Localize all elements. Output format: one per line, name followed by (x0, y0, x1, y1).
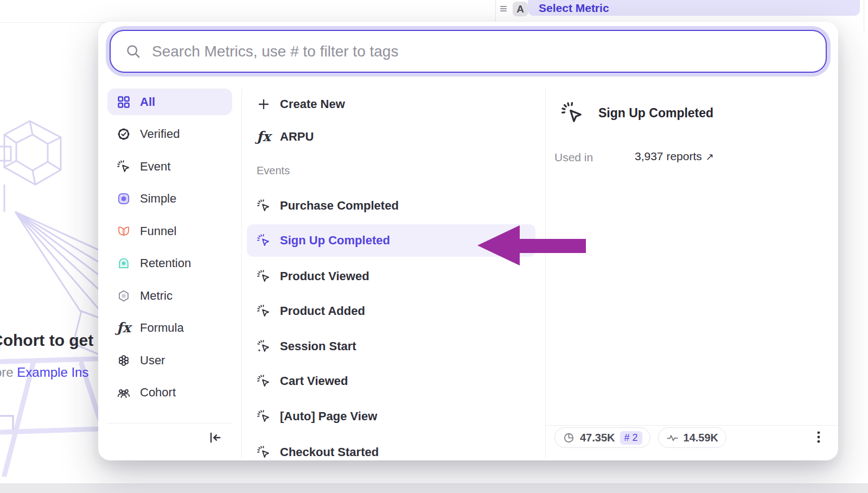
sidebar-item-retention[interactable]: Retention (107, 250, 232, 277)
list-item-label: Checkout Started (280, 445, 379, 459)
more-options-button[interactable] (810, 428, 827, 446)
list-item-label: Purchase Completed (280, 199, 399, 213)
hexagon-metric-icon (117, 289, 131, 303)
volume-value: 47.35K (580, 432, 615, 444)
sidebar-item-label: User (140, 353, 165, 368)
activity-stat-pill[interactable]: 14.59K (658, 427, 727, 448)
grid-icon (117, 95, 131, 109)
sidebar-item-all[interactable]: All (107, 89, 232, 115)
list-item-label: Product Added (280, 304, 365, 318)
cursor-click-icon (257, 233, 271, 248)
sidebar-item-label: Retention (140, 256, 191, 270)
detail-footer-divider (546, 425, 838, 426)
sidebar-item-formula[interactable]: ƒx Formula (107, 315, 232, 342)
search-icon (125, 43, 142, 60)
search-input[interactable]: Search Metrics, use # to filter to tags (110, 30, 827, 73)
search-focus-ring: Search Metrics, use # to filter to tags (106, 26, 831, 77)
used-in-label: Used in (554, 151, 593, 164)
sidebar-item-label: Metric (140, 289, 173, 303)
sidebar-item-funnel[interactable]: Funnel (107, 218, 232, 244)
cursor-click-icon (257, 409, 271, 424)
plus-icon (257, 97, 271, 111)
sidebar-item-user[interactable]: User (107, 347, 232, 374)
kebab-menu-icon (811, 429, 826, 445)
list-item-product-added[interactable]: Product Added (247, 299, 535, 323)
bottom-strip (0, 483, 868, 493)
sidebar-item-label: All (140, 95, 155, 109)
sidebar-item-simple[interactable]: Simple (107, 186, 232, 212)
detail-title: Sign Up Completed (598, 106, 713, 121)
used-in-reports-link[interactable]: 3,937 reports↗ (635, 150, 714, 163)
series-a-badge: A (513, 2, 528, 16)
cursor-click-icon (257, 199, 271, 213)
example-insights-link[interactable]: Example Ins (17, 365, 88, 380)
list-item-label: Product Viewed (280, 269, 369, 283)
list-item-label: [Auto] Page View (280, 409, 377, 424)
retention-icon (117, 256, 131, 270)
sidebar-item-label: Cohort (140, 385, 176, 400)
cursor-click-icon (257, 374, 271, 388)
user-flower-icon (117, 353, 131, 368)
list-item-arpu[interactable]: ƒx ARPU (247, 125, 535, 149)
list-item-label: Cart Viewed (280, 374, 348, 388)
list-item-label: Session Start (280, 339, 356, 353)
cursor-click-star-icon (257, 339, 271, 353)
background-illustration (0, 118, 103, 477)
cursor-click-icon (117, 160, 131, 174)
sidebar-divider (241, 89, 242, 459)
cursor-click-icon (257, 445, 271, 459)
activity-value: 14.59K (684, 432, 719, 444)
background-partial-linkline: ore Example Ins (0, 365, 88, 380)
verified-badge-icon (117, 127, 131, 141)
list-item-auto-page-view[interactable]: [Auto] Page View (247, 404, 535, 428)
list-divider (545, 89, 546, 459)
sidebar-item-label: Event (140, 160, 170, 174)
background-partial-heading: Cohort to get s (0, 331, 107, 350)
annotation-arrow (464, 220, 591, 271)
sidebar-item-event[interactable]: Event (107, 153, 232, 180)
cursor-click-icon (257, 304, 271, 318)
category-sidebar: All Verified Event Simple Funnel Retenti… (107, 89, 232, 406)
formula-icon: ƒx (257, 130, 271, 144)
sidebar-item-cohort[interactable]: Cohort (107, 380, 232, 406)
north-east-arrow-icon: ↗ (706, 151, 714, 162)
sidebar-item-verified[interactable]: Verified (107, 121, 232, 148)
events-section-header: Events (257, 165, 290, 177)
background-partial-text: ore (0, 365, 17, 380)
cohort-people-icon (117, 385, 131, 400)
drag-handle-icon[interactable]: ≡ (500, 2, 507, 15)
topbar-divider (495, 0, 496, 22)
collapse-sidebar-button[interactable] (206, 429, 224, 446)
create-new-label: Create New (280, 97, 345, 111)
select-metric-label: Select Metric (539, 2, 609, 15)
reports-count: 3,937 reports (635, 150, 702, 162)
sidebar-footer-divider (107, 423, 232, 424)
pulse-icon (666, 432, 679, 444)
select-metric-field[interactable]: Select Metric (528, 0, 860, 16)
sidebar-item-label: Simple (140, 192, 176, 206)
funnel-icon (117, 224, 131, 238)
sidebar-item-label: Funnel (140, 224, 176, 238)
list-item-purchase-completed[interactable]: Purchase Completed (247, 194, 535, 218)
simple-icon (117, 192, 131, 206)
right-card-edge (864, 0, 864, 33)
search-placeholder: Search Metrics, use # to filter to tags (152, 43, 398, 60)
cursor-click-icon (257, 269, 271, 283)
pie-chart-icon (563, 432, 575, 444)
list-item-label: ARPU (280, 130, 314, 144)
collapse-left-icon (207, 430, 222, 445)
event-cursor-click-icon (560, 101, 584, 125)
list-item-cart-viewed[interactable]: Cart Viewed (247, 369, 535, 393)
sidebar-item-label: Formula (140, 321, 184, 335)
detail-stats: 47.35K # 2 14.59K (554, 427, 726, 448)
sidebar-item-label: Verified (140, 127, 180, 141)
volume-stat-pill[interactable]: 47.35K # 2 (554, 427, 650, 448)
list-item-label: Sign Up Completed (280, 233, 390, 248)
create-new-button[interactable]: Create New (247, 92, 535, 116)
formula-icon: ƒx (117, 321, 131, 335)
sidebar-item-metric[interactable]: Metric (107, 282, 232, 309)
list-item-checkout-started[interactable]: Checkout Started (247, 440, 535, 460)
rank-badge: # 2 (620, 431, 642, 445)
list-item-session-start[interactable]: Session Start (247, 334, 535, 358)
